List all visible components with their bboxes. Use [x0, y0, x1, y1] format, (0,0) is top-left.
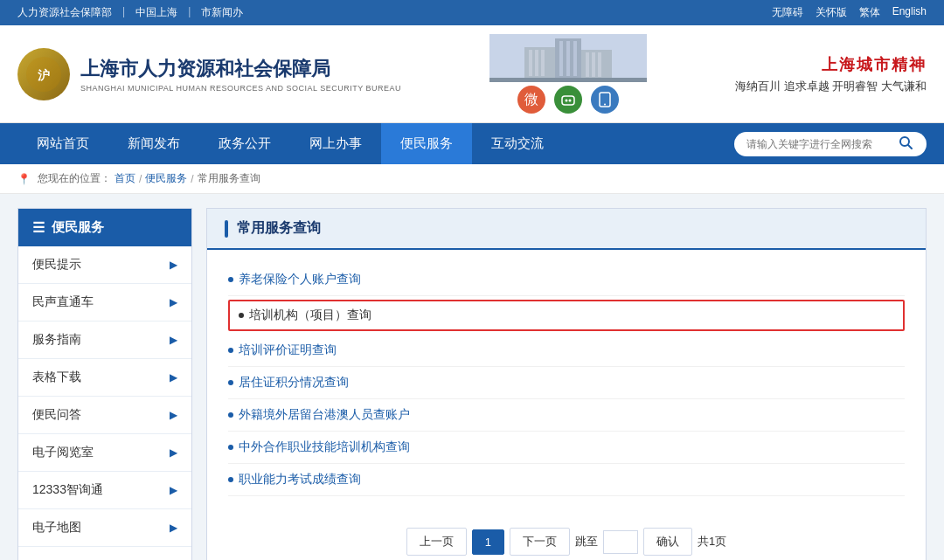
svg-point-17 [566, 100, 568, 102]
sidebar-item-12333[interactable]: 12333智询通 ▶ [18, 472, 191, 509]
sidebar: ☰ 便民服务 便民提示 ▶ 民声直通车 ▶ 服务指南 ▶ 表格下载 ▶ 便民问答… [17, 208, 192, 560]
logo-en: SHANGHAI MUNICIPAL HUMAN RESOURCES AND S… [80, 84, 401, 93]
content-list: 养老保险个人账户查询 培训机构（项目）查询 培训评价证明查询 居住证积分情况查询… [207, 250, 926, 510]
logo-area: 沪 上海市人力资源和社会保障局 SHANGHAI MUNICIPAL HUMAN… [17, 48, 401, 100]
svg-rect-12 [586, 52, 589, 77]
confirm-button[interactable]: 确认 [643, 528, 692, 556]
breadcrumb-sep1: / [139, 173, 142, 185]
total-pages: 共1页 [698, 534, 726, 550]
page-jump-input[interactable] [603, 530, 638, 554]
sep1: | [122, 5, 125, 20]
svg-text:沪: 沪 [38, 68, 50, 82]
nav-items: 网站首页 新闻发布 政务公开 网上办事 便民服务 互动交流 [17, 123, 734, 164]
accessibility-link[interactable]: 无障碍 [772, 5, 803, 20]
search-button[interactable] [895, 135, 916, 153]
traditional-link[interactable]: 繁体 [859, 5, 880, 20]
svg-rect-6 [573, 41, 577, 76]
svg-rect-15 [489, 78, 647, 82]
sidebar-arrow-reading: ▶ [170, 446, 177, 459]
list-item-residence[interactable]: 居住证积分情况查询 [228, 367, 905, 399]
city-spirit-title: 上海城市精神 [822, 54, 927, 75]
header: 沪 上海市人力资源和社会保障局 SHANGHAI MUNICIPAL HUMAN… [0, 25, 944, 123]
svg-rect-14 [598, 52, 601, 77]
logo-emblem: 沪 [17, 48, 70, 100]
svg-line-22 [908, 145, 912, 149]
sidebar-item-tips-label: 便民提示 [32, 257, 81, 273]
list-item-cert[interactable]: 培训评价证明查询 [228, 335, 905, 367]
wechat-icon[interactable] [554, 86, 582, 114]
sidebar-arrow-faq: ▶ [170, 409, 177, 421]
city-spirit-area: 上海城市精神 海纳百川 追求卓越 开明睿智 大气谦和 [735, 54, 927, 94]
nav-item-interact[interactable]: 互动交流 [472, 123, 563, 164]
svg-rect-16 [562, 96, 574, 105]
sidebar-item-voice[interactable]: 民声直通车 ▶ [18, 284, 191, 321]
nav-bar: 网站首页 新闻发布 政务公开 网上办事 便民服务 互动交流 [0, 123, 944, 164]
svg-rect-13 [592, 52, 595, 77]
sidebar-item-tips[interactable]: 便民提示 ▶ [18, 246, 191, 284]
top-link-news[interactable]: 市新闻办 [201, 5, 243, 20]
main-content: ☰ 便民服务 便民提示 ▶ 民声直通车 ▶ 服务指南 ▶ 表格下载 ▶ 便民问答… [0, 194, 944, 560]
sidebar-item-forms-label: 表格下载 [32, 370, 81, 385]
list-item-pension[interactable]: 养老保险个人账户查询 [228, 264, 905, 296]
breadcrumb-service[interactable]: 便民服务 [145, 171, 187, 186]
sidebar-item-reading[interactable]: 电子阅览室 ▶ [18, 434, 191, 472]
sidebar-arrow-map: ▶ [170, 522, 177, 534]
sidebar-header: ☰ 便民服务 [18, 209, 191, 246]
sidebar-arrow-12333: ▶ [170, 484, 177, 496]
sidebar-item-map[interactable]: 电子地图 ▶ [18, 509, 191, 547]
content-header-bar [225, 220, 228, 238]
list-item-exam[interactable]: 职业能力考试成绩查询 [228, 464, 905, 496]
sidebar-item-12333-label: 12333智询通 [32, 482, 103, 498]
sidebar-arrow-voice: ▶ [170, 296, 177, 308]
mobile-icon[interactable] [591, 86, 619, 114]
nav-item-service[interactable]: 便民服务 [381, 123, 472, 164]
breadcrumb-current: 常用服务查询 [198, 171, 260, 186]
top-link-shanghai[interactable]: 中国上海 [135, 5, 177, 20]
nav-item-news[interactable]: 新闻发布 [108, 123, 199, 164]
sidebar-menu-icon: ☰ [32, 219, 45, 236]
nav-item-online[interactable]: 网上办事 [290, 123, 381, 164]
sidebar-item-faq[interactable]: 便民问答 ▶ [18, 397, 191, 434]
sidebar-item-map-label: 电子地图 [32, 520, 81, 536]
prev-page-button[interactable]: 上一页 [406, 528, 467, 556]
sidebar-title: 便民服务 [52, 219, 104, 236]
breadcrumb-label: 您现在的位置： [38, 171, 111, 186]
jump-label: 跳至 [575, 534, 598, 550]
content-header-title: 常用服务查询 [237, 219, 321, 238]
english-link[interactable]: English [892, 5, 927, 20]
content-area: 常用服务查询 养老保险个人账户查询 培训机构（项目）查询 培训评价证明查询 居住… [206, 208, 927, 560]
top-bar-left: 人力资源社会保障部 | 中国上海 | 市新闻办 [17, 5, 243, 20]
logo-text: 上海市人力资源和社会保障局 SHANGHAI MUNICIPAL HUMAN R… [80, 56, 401, 93]
sidebar-arrow-guide: ▶ [170, 334, 177, 346]
breadcrumb: 📍 您现在的位置： 首页 / 便民服务 / 常用服务查询 [0, 164, 944, 194]
svg-rect-9 [535, 50, 538, 76]
city-spirit-sub: 海纳百川 追求卓越 开明睿智 大气谦和 [735, 79, 927, 94]
sep2: | [188, 5, 191, 20]
svg-point-20 [604, 104, 606, 106]
nav-item-government[interactable]: 政务公开 [199, 123, 290, 164]
sidebar-item-voice-label: 民声直通车 [32, 294, 94, 310]
nav-search [734, 132, 927, 156]
top-bar: 人力资源社会保障部 | 中国上海 | 市新闻办 无障碍 关怀版 繁体 Engli… [0, 0, 944, 25]
sidebar-item-faq-label: 便民问答 [32, 407, 81, 423]
care-version-link[interactable]: 关怀版 [816, 5, 847, 20]
svg-rect-4 [559, 41, 563, 76]
top-link-ministry[interactable]: 人力资源社会保障部 [17, 5, 112, 20]
sidebar-item-guide[interactable]: 服务指南 ▶ [18, 321, 191, 359]
breadcrumb-home[interactable]: 首页 [115, 171, 135, 186]
list-item-training[interactable]: 培训机构（项目）查询 [228, 300, 905, 331]
top-bar-right: 无障碍 关怀版 繁体 English [772, 5, 927, 20]
nav-item-home[interactable]: 网站首页 [17, 123, 108, 164]
list-item-foreign[interactable]: 外籍境外居留台港澳人员查账户 [228, 399, 905, 432]
list-item-joint[interactable]: 中外合作职业技能培训机构查询 [228, 432, 905, 464]
sidebar-arrow-forms: ▶ [170, 371, 177, 384]
svg-rect-5 [566, 41, 570, 76]
pagination: 上一页 1 下一页 跳至 确认 共1页 [207, 510, 926, 560]
next-page-button[interactable]: 下一页 [510, 528, 570, 556]
page-1-button[interactable]: 1 [472, 529, 504, 555]
search-input[interactable] [746, 138, 895, 150]
sidebar-item-reading-label: 电子阅览室 [32, 445, 94, 460]
sidebar-item-forms[interactable]: 表格下载 ▶ [18, 359, 191, 397]
weibo-icon[interactable]: 微 [517, 86, 545, 114]
logo-cn: 上海市人力资源和社会保障局 [80, 56, 401, 82]
